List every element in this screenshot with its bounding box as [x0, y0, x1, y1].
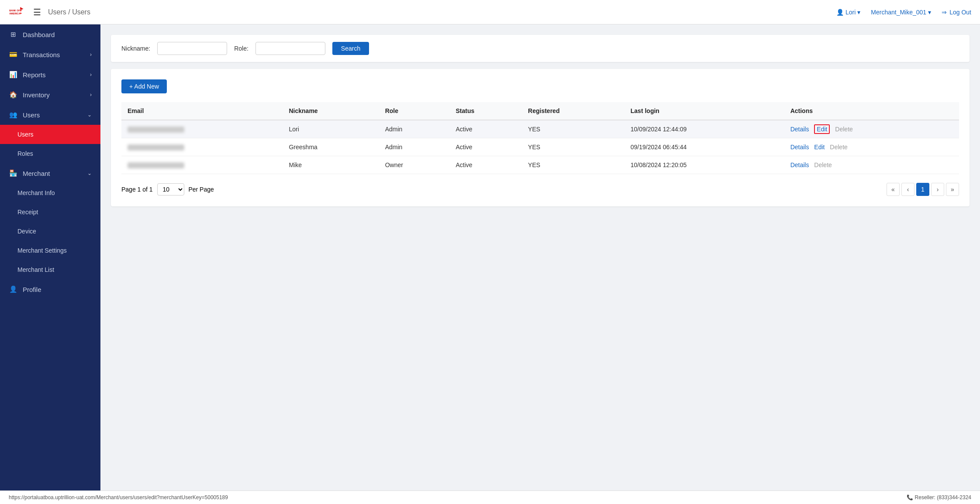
merchant-menu[interactable]: Merchant_Mike_001 ▾ [871, 9, 931, 16]
inventory-icon: 🏠 [9, 91, 17, 99]
sidebar-item-transactions[interactable]: 💳 Transactions › [0, 45, 100, 65]
sidebar-item-reports[interactable]: 📊 Reports › [0, 65, 100, 85]
cell-nickname: Mike [283, 156, 379, 174]
details-link[interactable]: Details [790, 126, 809, 133]
cell-last-login: 10/09/2024 12:44:09 [625, 120, 784, 138]
last-page-button[interactable]: » [946, 183, 959, 196]
details-link[interactable]: Details [790, 144, 809, 151]
cell-status: Active [450, 120, 522, 138]
logout-button[interactable]: ⇒ Log Out [942, 9, 971, 16]
cell-nickname: Lori [283, 120, 379, 138]
sidebar-item-label: Merchant List [17, 266, 54, 273]
sidebar-item-label: Dashboard [23, 31, 55, 38]
cell-role: Admin [379, 120, 450, 138]
sidebar-item-label: Device [17, 228, 36, 235]
pagination-info: Page 1 of 1 10 25 50 100 Per Page [121, 183, 214, 195]
add-new-button[interactable]: + Add New [121, 79, 167, 93]
nickname-input[interactable] [157, 42, 227, 55]
sidebar-item-label: Reports [23, 71, 46, 79]
cell-last-login: 09/19/2024 06:45:44 [625, 138, 784, 156]
cell-actions: Details Edit Delete [784, 120, 959, 138]
header: BANK OF AMERICA ☰ Users / Users 👤 Lori ▾… [0, 0, 980, 24]
cell-role: Owner [379, 156, 450, 174]
reports-icon: 📊 [9, 71, 17, 79]
blurred-email: mik...@email.com [128, 162, 184, 168]
table-row: mik...@email.com Mike Owner Active YES 1… [121, 156, 959, 174]
edit-link-highlighted[interactable]: Edit [814, 124, 830, 134]
per-page-select[interactable]: 10 25 50 100 [157, 183, 184, 195]
prev-page-button[interactable]: ‹ [901, 183, 914, 196]
user-menu[interactable]: 👤 Lori ▾ [836, 9, 860, 16]
sidebar-item-dashboard[interactable]: ⊞ Dashboard [0, 24, 100, 45]
sidebar: ⊞ Dashboard 💳 Transactions › 📊 Reports ›… [0, 24, 100, 490]
sidebar-item-merchant-settings[interactable]: Merchant Settings [0, 241, 100, 260]
cell-actions: Details Edit Delete [784, 138, 959, 156]
main-content: Nickname: Role: Search + Add New Email N… [100, 24, 980, 490]
edit-link[interactable]: Edit [814, 144, 825, 151]
layout: ⊞ Dashboard 💳 Transactions › 📊 Reports ›… [0, 24, 980, 490]
sidebar-item-receipt[interactable]: Receipt [0, 202, 100, 222]
sidebar-item-label: Users [17, 131, 34, 138]
chevron-down-icon: ⌄ [87, 170, 92, 176]
cell-last-login: 10/08/2024 12:20:05 [625, 156, 784, 174]
sidebar-item-users[interactable]: 👥 Users ⌄ [0, 105, 100, 125]
col-email: Email [121, 102, 283, 120]
pagination-bar: Page 1 of 1 10 25 50 100 Per Page « ‹ 1 … [121, 183, 959, 196]
profile-icon: 👤 [9, 285, 17, 293]
details-link[interactable]: Details [790, 161, 809, 168]
sidebar-item-merchant-info[interactable]: Merchant Info [0, 183, 100, 202]
sidebar-item-merchant[interactable]: 🏪 Merchant ⌄ [0, 163, 100, 183]
next-page-button[interactable]: › [931, 183, 944, 196]
pagination-controls: « ‹ 1 › » [887, 183, 959, 196]
sidebar-item-users-sub[interactable]: Users [0, 125, 100, 144]
col-last-login: Last login [625, 102, 784, 120]
blurred-email: lor...@email.com [128, 127, 184, 133]
user-chevron-icon: ▾ [857, 9, 860, 16]
delete-link[interactable]: Delete [835, 126, 852, 133]
sidebar-item-roles[interactable]: Roles [0, 144, 100, 163]
sidebar-item-inventory[interactable]: 🏠 Inventory › [0, 85, 100, 105]
chevron-right-icon: › [90, 72, 92, 78]
footer-url: https://portaluatboa.uptrillion-uat.com/… [9, 494, 228, 501]
cell-nickname: Greeshma [283, 138, 379, 156]
per-page-label: Per Page [188, 186, 214, 193]
dashboard-icon: ⊞ [9, 31, 17, 38]
sidebar-item-label: Inventory [23, 91, 50, 99]
chevron-right-icon: › [90, 92, 92, 98]
svg-text:AMERICA: AMERICA [9, 12, 20, 15]
page-info: Page 1 of 1 [121, 186, 153, 193]
col-nickname: Nickname [283, 102, 379, 120]
sidebar-item-device[interactable]: Device [0, 222, 100, 241]
logout-label: Log Out [949, 9, 971, 16]
sidebar-item-label: Transactions [23, 51, 60, 58]
logout-icon: ⇒ [942, 9, 947, 16]
current-page-button[interactable]: 1 [916, 183, 929, 196]
sidebar-item-label: Merchant [23, 170, 50, 177]
cell-status: Active [450, 156, 522, 174]
merchant-icon: 🏪 [9, 169, 17, 177]
menu-icon[interactable]: ☰ [33, 7, 41, 17]
first-page-button[interactable]: « [887, 183, 900, 196]
svg-text:BANK OF: BANK OF [9, 9, 20, 12]
user-name: Lori [845, 9, 856, 16]
sidebar-item-profile[interactable]: 👤 Profile [0, 279, 100, 299]
breadcrumb-current: Users [72, 8, 90, 16]
cell-registered: YES [522, 138, 625, 156]
delete-link[interactable]: Delete [814, 161, 832, 168]
sidebar-item-label: Merchant Settings [17, 247, 67, 254]
search-bar: Nickname: Role: Search [111, 35, 970, 62]
col-status: Status [450, 102, 522, 120]
role-label: Role: [234, 45, 248, 52]
delete-link[interactable]: Delete [830, 144, 847, 151]
sidebar-item-merchant-list[interactable]: Merchant List [0, 260, 100, 279]
role-input[interactable] [255, 42, 325, 55]
logo: BANK OF AMERICA [9, 6, 24, 18]
sidebar-item-label: Roles [17, 150, 33, 157]
col-role: Role [379, 102, 450, 120]
search-button[interactable]: Search [332, 42, 369, 55]
cell-email: mik...@email.com [121, 156, 283, 174]
chevron-right-icon: › [90, 51, 92, 58]
col-actions: Actions [784, 102, 959, 120]
sidebar-item-label: Receipt [17, 209, 38, 216]
merchant-chevron-icon: ▾ [928, 9, 931, 16]
